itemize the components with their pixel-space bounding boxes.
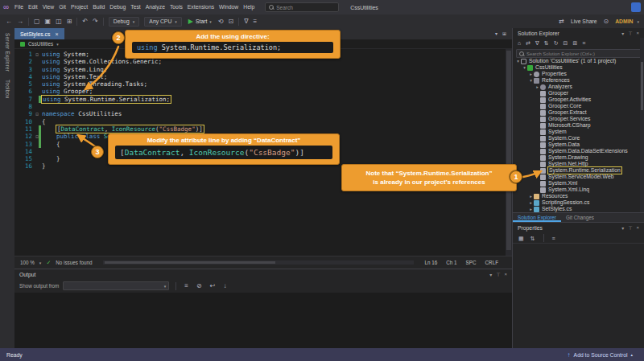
pin-icon[interactable]: ⊤ xyxy=(496,272,500,277)
menu-test[interactable]: Test xyxy=(128,0,142,14)
tree-item-system-net-http[interactable]: System.Net.Http xyxy=(513,161,640,167)
hot-reload-icon[interactable]: ⟲ xyxy=(216,14,226,28)
menu-build[interactable]: Build xyxy=(90,0,107,14)
forward-icon[interactable]: → xyxy=(14,14,26,28)
add-to-source-control-button[interactable]: Add to Source Control xyxy=(574,352,628,358)
tree-item-system-xml-linq[interactable]: System.Xml.Linq xyxy=(513,187,640,193)
output-source-dropdown[interactable]: ▾ xyxy=(63,281,169,290)
save-icon[interactable]: ◫ xyxy=(53,14,64,28)
code-line-8[interactable]: 8 xyxy=(14,103,512,110)
tree-item-grooper-core[interactable]: Grooper.Core xyxy=(513,103,640,109)
code-line-6[interactable]: 6using Grooper; xyxy=(14,88,512,95)
tree-item-resources[interactable]: ▸Resources xyxy=(513,193,640,199)
tree-item-references[interactable]: ▾References xyxy=(513,77,640,84)
tree-item-setstyles-cs[interactable]: ▸SetStyles.cs xyxy=(513,206,640,212)
code-line-5[interactable]: 5using System.Threading.Tasks; xyxy=(14,80,512,88)
tree-item-grooper-activities[interactable]: Grooper.Activities xyxy=(513,96,640,103)
home-icon[interactable]: ⌂ xyxy=(517,39,522,48)
tree-item-solution-cssutilities-1-of-1-project[interactable]: ▾Solution 'CssUtilities' (1 of 1 project… xyxy=(513,58,640,64)
expand-chevron-icon[interactable]: ▾ xyxy=(528,77,534,84)
panel-tab-solution-explorer[interactable]: Solution Explorer xyxy=(513,213,561,222)
menu-window[interactable]: Window xyxy=(217,0,241,14)
window-menu-icon[interactable]: ▾ xyxy=(621,31,624,36)
tree-item-system-data[interactable]: System.Data xyxy=(513,142,640,148)
find-message-icon[interactable]: ≡ xyxy=(182,279,191,293)
live-share-button[interactable]: Live Share xyxy=(571,18,597,24)
user-avatar[interactable] xyxy=(631,2,641,12)
tool-tab-server-explorer[interactable]: Server Explorer xyxy=(5,33,10,72)
platform-dropdown[interactable]: Any CPU ▾ xyxy=(144,17,181,27)
clear-all-icon[interactable]: ⊘ xyxy=(194,279,204,293)
tree-item-grooper-extract[interactable]: Grooper.Extract xyxy=(513,109,640,116)
undo-icon[interactable]: ↶ xyxy=(80,14,90,28)
tool-tab-toolbox[interactable]: Toolbox xyxy=(5,80,10,99)
code-line-4[interactable]: 4using System.Text; xyxy=(14,73,512,80)
menu-view[interactable]: View xyxy=(40,0,57,14)
tree-item-system-xml[interactable]: System.Xml xyxy=(513,180,640,187)
signed-in-user-button[interactable]: ADMIN xyxy=(615,18,633,24)
code-line-2[interactable]: 2using System.Collections.Generic; xyxy=(14,58,512,65)
word-wrap-icon[interactable]: ↩ xyxy=(208,279,218,293)
scrollbar-thumb[interactable] xyxy=(105,261,275,264)
tree-item-analyzers[interactable]: ▸Analyzers xyxy=(513,84,640,90)
configuration-dropdown[interactable]: Debug ▾ xyxy=(109,17,140,27)
redo-icon[interactable]: ↷ xyxy=(90,14,101,28)
tree-item-system[interactable]: System xyxy=(513,129,640,135)
alphabetical-icon[interactable]: ⇅ xyxy=(530,232,536,245)
properties-content[interactable] xyxy=(513,244,644,348)
expand-chevron-icon[interactable]: ▸ xyxy=(528,71,534,77)
menu-project[interactable]: Project xyxy=(68,0,90,14)
menu-tools[interactable]: Tools xyxy=(167,0,185,14)
code-line-7[interactable]: 7using System.Runtime.Serialization; xyxy=(14,96,512,103)
menu-debug[interactable]: Debug xyxy=(107,0,128,14)
close-icon[interactable]: × xyxy=(636,225,639,231)
panel-tab-git-changes[interactable]: Git Changes xyxy=(561,213,599,222)
tab-setstyles-cs[interactable]: SetStyles.cs × xyxy=(14,28,64,39)
back-icon[interactable]: ← xyxy=(3,14,14,28)
sync-with-active-document-icon[interactable]: ⇅ xyxy=(543,39,550,48)
menu-edit[interactable]: Edit xyxy=(26,0,40,14)
quick-search-box[interactable]: Search xyxy=(265,2,339,12)
expand-chevron-icon[interactable]: ▾ xyxy=(515,58,521,64)
refresh-icon[interactable]: ↻ xyxy=(553,39,559,48)
categorized-icon[interactable]: ▦ xyxy=(518,232,525,245)
close-icon[interactable]: × xyxy=(636,31,639,36)
tree-item-system-drawing[interactable]: System.Drawing xyxy=(513,154,640,161)
start-debugging-button[interactable]: ▶ Start ▾ xyxy=(188,18,212,25)
notifications-icon[interactable]: ⊙ xyxy=(601,14,612,28)
code-line-10[interactable]: 10{ xyxy=(14,118,512,125)
editor-vertical-scrollbar[interactable] xyxy=(506,49,512,256)
menu-file[interactable]: File xyxy=(12,0,26,14)
close-icon[interactable]: × xyxy=(504,272,507,277)
tree-vertical-scrollbar[interactable] xyxy=(640,38,644,212)
tree-item-microsoft-csharp[interactable]: Microsoft.CSharp xyxy=(513,122,640,129)
pending-changes-filter-icon[interactable]: ∇ xyxy=(535,39,540,48)
code-line-3[interactable]: 3using System.Linq; xyxy=(14,66,512,73)
expand-chevron-icon[interactable]: ▸ xyxy=(528,206,534,212)
tree-item-grooper[interactable]: Grooper xyxy=(513,90,640,96)
switch-views-icon[interactable]: ⇄ xyxy=(525,39,531,48)
project-dropdown[interactable]: CssUtilities xyxy=(28,41,53,47)
menu-analyze[interactable]: Analyze xyxy=(143,0,167,14)
active-files-dropdown-icon[interactable]: ▾ xyxy=(493,28,500,39)
new-file-icon[interactable]: ▢ xyxy=(31,14,43,28)
spaces-indicator[interactable]: SPC xyxy=(466,260,477,265)
health-check-icon[interactable]: ✓ xyxy=(46,260,51,266)
close-icon[interactable]: × xyxy=(55,31,58,37)
line-indicator[interactable]: Ln 16 xyxy=(425,260,438,265)
tree-item-scriptingsession-cs[interactable]: ▸ScriptingSession.cs xyxy=(513,199,640,206)
tree-item-system-data-datasetextensions[interactable]: System.Data.DataSetExtensions xyxy=(513,148,640,154)
solution-explorer-search-box[interactable]: Search Solution Explorer (Ctrl+;) xyxy=(516,49,641,58)
expand-chevron-icon[interactable]: ▸ xyxy=(528,193,534,199)
tree-item-system-core[interactable]: System.Core xyxy=(513,135,640,142)
float-window-icon[interactable]: ⊞ xyxy=(500,28,509,39)
property-pages-icon[interactable]: ≡ xyxy=(551,232,556,245)
menu-help[interactable]: Help xyxy=(241,0,257,14)
issues-status[interactable]: No issues found xyxy=(56,260,92,265)
window-menu-icon[interactable]: ▾ xyxy=(621,225,624,231)
tree-item-grooper-services[interactable]: Grooper.Services xyxy=(513,116,640,122)
break-all-icon[interactable]: ⊡ xyxy=(226,14,237,28)
column-indicator[interactable]: Ch 1 xyxy=(446,260,456,265)
window-menu-icon[interactable]: ▾ xyxy=(489,272,492,277)
expand-chevron-icon[interactable]: ▾ xyxy=(522,64,527,71)
